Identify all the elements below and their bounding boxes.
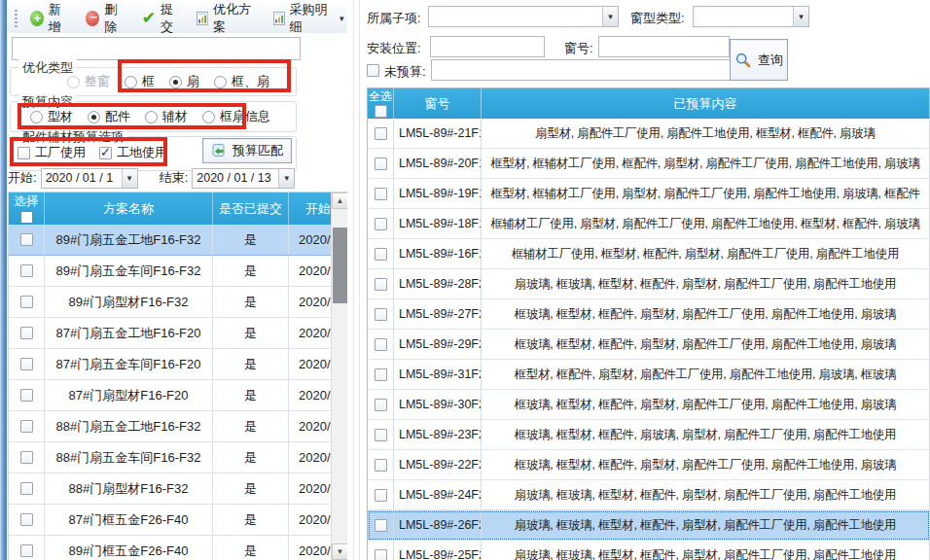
table-row[interactable]: 89#门扇型材F16-F32 是 2020/0: [9, 287, 347, 318]
column-header-window-no[interactable]: 窗号: [394, 88, 482, 119]
table-row[interactable]: 89#门扇五金工地F16-F32 是 2020/0: [9, 225, 347, 256]
row-checkbox[interactable]: [375, 429, 387, 441]
table-row[interactable]: LM5L-89#-27F25 框玻璃, 框型材, 框配件, 扇型材, 扇配件工厂…: [368, 299, 930, 330]
column-header-select[interactable]: 选择: [9, 192, 45, 225]
row-checkbox[interactable]: [375, 218, 387, 230]
column-header-plan-name[interactable]: 方案名称: [45, 192, 213, 225]
plan-table-scrollbar[interactable]: ▲ ▼: [331, 192, 347, 560]
table-row[interactable]: LM5L-89#-24F22 扇玻璃, 框玻璃, 框型材, 框配件, 扇型材, …: [368, 480, 930, 510]
submit-button[interactable]: ✔ 提交: [135, 0, 188, 40]
scrollbar-thumb[interactable]: [333, 228, 347, 303]
row-checkbox[interactable]: [20, 233, 33, 246]
radio-option[interactable]: 框: [125, 73, 155, 90]
column-header-budgeted-content[interactable]: 已预算内容: [482, 88, 930, 119]
row-checkbox[interactable]: [20, 544, 33, 557]
checkbox-icon[interactable]: [99, 147, 112, 159]
table-row[interactable]: 89#门框五金F26-F40 是 2020/0: [9, 536, 347, 560]
query-button[interactable]: 查询: [730, 39, 788, 81]
row-checkbox[interactable]: [20, 482, 33, 495]
radio-icon[interactable]: [214, 76, 227, 88]
row-checkbox[interactable]: [20, 296, 33, 308]
budget-match-button[interactable]: 预算匹配: [202, 138, 292, 163]
add-button[interactable]: 新增: [23, 0, 78, 40]
radio-option[interactable]: 框、扇: [214, 73, 269, 90]
install-position-input[interactable]: [430, 36, 545, 57]
row-checkbox[interactable]: [375, 399, 387, 411]
row-checkbox[interactable]: [20, 327, 33, 339]
table-row[interactable]: LM5L-89#-22F20 框玻璃, 框型材, 框配件, 扇型材, 扇配件工厂…: [368, 450, 930, 480]
table-row[interactable]: 89#门扇五金车间F16-F32 是 2020/0: [9, 256, 347, 287]
table-row[interactable]: 87#门扇型材F16-F20 是 2020/0: [9, 380, 347, 411]
scroll-down-icon[interactable]: ▼: [332, 543, 347, 560]
end-date-picker[interactable]: 2020 / 01 / 13: [192, 168, 295, 189]
table-row[interactable]: 87#门扇五金工地F16-F20 是 2020/0: [9, 318, 347, 349]
row-checkbox[interactable]: [20, 389, 33, 402]
row-checkbox[interactable]: [20, 264, 33, 277]
table-row[interactable]: LM5L-89#-21F19 扇型材, 扇配件工厂使用, 扇配件工地使用, 框型…: [368, 119, 930, 149]
optimize-plan-button[interactable]: 优化方案: [190, 0, 265, 40]
radio-icon[interactable]: [30, 111, 43, 123]
row-checkbox[interactable]: [375, 368, 387, 381]
window-no-input[interactable]: [598, 36, 730, 57]
checkbox-icon[interactable]: [18, 147, 30, 159]
radio-option[interactable]: 辅材: [145, 108, 188, 125]
table-row[interactable]: LM5L-89#-23F21 框玻璃, 框型材, 框配件, 扇玻璃, 扇型材, …: [368, 420, 930, 450]
row-checkbox[interactable]: [375, 549, 387, 560]
table-row[interactable]: LM5L-89#-20F18 框型材, 框辅材工厂使用, 框配件, 扇型材, 扇…: [368, 149, 930, 179]
chevron-down-icon[interactable]: [122, 169, 137, 188]
row-checkbox[interactable]: [20, 513, 33, 526]
row-checkbox[interactable]: [375, 248, 387, 261]
row-checkbox[interactable]: [375, 127, 387, 140]
table-row[interactable]: LM5L-89#-29F27 框玻璃, 框型材, 框配件, 扇型材, 扇配件工厂…: [368, 330, 930, 360]
row-checkbox[interactable]: [375, 188, 387, 200]
radio-icon[interactable]: [202, 111, 215, 123]
row-checkbox[interactable]: [20, 451, 33, 464]
select-all-checkbox[interactable]: [20, 211, 33, 224]
chevron-down-icon[interactable]: [602, 7, 618, 26]
table-row[interactable]: LM5L-89#-25F23 扇玻璃, 框玻璃, 框型材, 框配件, 扇型材, …: [368, 541, 930, 560]
column-header-select-all[interactable]: 全选: [368, 88, 394, 119]
table-row[interactable]: LM5L-89#-26F24 扇玻璃, 框玻璃, 框型材, 框配件, 扇型材, …: [368, 510, 930, 541]
radio-icon[interactable]: [67, 76, 80, 88]
radio-option[interactable]: 配件: [88, 108, 130, 125]
table-row[interactable]: 87#门扇五金车间F16-F20 是 2020/0: [9, 349, 347, 380]
plan-name-input[interactable]: [12, 37, 301, 60]
row-checkbox[interactable]: [20, 420, 33, 433]
table-row[interactable]: LM5L-89#-16F15 框辅材工厂使用, 框型材, 框配件, 扇型材, 扇…: [368, 239, 930, 269]
row-checkbox[interactable]: [375, 308, 387, 321]
table-row[interactable]: 88#门扇五金车间F16-F32 是 2020/0: [9, 442, 347, 473]
table-row[interactable]: LM5L-89#-19F17 框型材, 框辅材工厂使用, 扇型材, 扇配件工厂使…: [368, 179, 930, 209]
row-checkbox[interactable]: [375, 158, 387, 170]
start-date-picker[interactable]: 2020 / 01 / 1: [41, 168, 138, 189]
no-budget-input[interactable]: [431, 59, 758, 81]
row-checkbox[interactable]: [375, 519, 387, 532]
row-checkbox[interactable]: [375, 278, 387, 291]
no-budget-checkbox[interactable]: [367, 64, 379, 77]
chevron-down-icon[interactable]: [278, 169, 294, 188]
column-header-submitted[interactable]: 是否已提交: [213, 192, 289, 225]
window-type-select[interactable]: [693, 6, 809, 27]
row-checkbox[interactable]: [375, 459, 387, 472]
scroll-up-icon[interactable]: ▲: [332, 192, 347, 209]
radio-option[interactable]: 框扇信息: [202, 108, 270, 125]
table-row[interactable]: 88#门扇型材F16-F32 是 2020/0: [9, 473, 347, 505]
radio-icon[interactable]: [88, 111, 100, 123]
toolbar-grip-icon[interactable]: [15, 10, 18, 27]
panel-splitter[interactable]: [347, 0, 365, 560]
table-row[interactable]: 88#门扇五金工地F16-F32 是 2020/0: [9, 411, 347, 442]
table-row[interactable]: 87#门框五金F26-F40 是 2020/0: [9, 505, 347, 536]
row-checkbox[interactable]: [375, 338, 387, 351]
radio-icon[interactable]: [169, 76, 182, 88]
checkbox-option[interactable]: 工厂使用: [18, 144, 86, 161]
delete-button[interactable]: 删除: [79, 0, 133, 40]
row-checkbox[interactable]: [20, 358, 33, 370]
radio-icon[interactable]: [145, 111, 158, 123]
table-row[interactable]: LM5L-89#-28F26 扇玻璃, 框玻璃, 框型材, 框配件, 扇型材, …: [368, 269, 930, 299]
radio-option[interactable]: 整窗: [67, 73, 110, 90]
chevron-down-icon[interactable]: [793, 7, 808, 26]
left-dock-splitter[interactable]: [0, 0, 7, 560]
radio-option[interactable]: 扇: [169, 73, 199, 90]
radio-icon[interactable]: [125, 76, 137, 88]
purchase-detail-button[interactable]: 采购明细 ▾: [267, 0, 351, 40]
select-all-checkbox[interactable]: [375, 105, 387, 118]
